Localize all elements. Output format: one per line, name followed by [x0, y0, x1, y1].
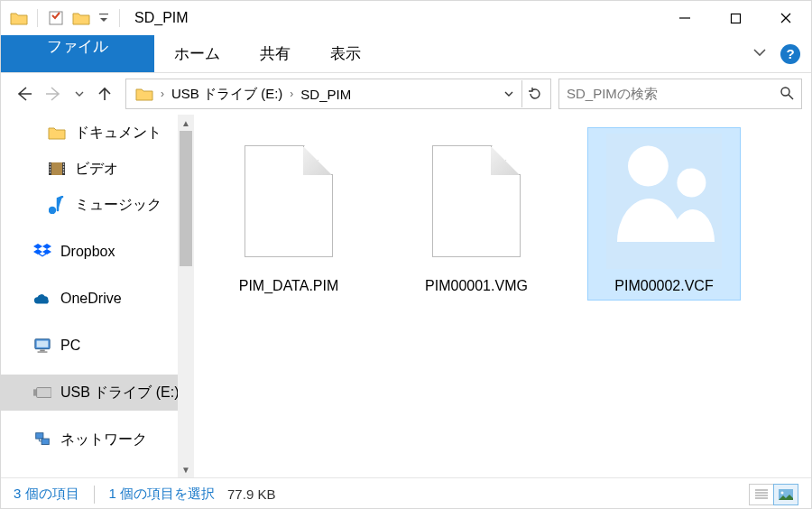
tree-item-usb[interactable]: USB ドライブ (E:) — [1, 375, 194, 411]
search-icon[interactable] — [780, 86, 794, 103]
status-divider — [94, 486, 95, 504]
svg-rect-20 — [40, 350, 44, 352]
titlebar: SD_PIM — [1, 1, 811, 35]
search-placeholder: SD_PIMの検索 — [567, 86, 780, 103]
svg-rect-21 — [38, 351, 48, 352]
tree-label: ビデオ — [75, 160, 118, 179]
qat-properties-icon[interactable] — [47, 9, 65, 27]
tab-share[interactable]: 共有 — [240, 35, 310, 72]
back-button[interactable] — [10, 80, 37, 107]
tree-item-videos[interactable]: ビデオ — [1, 151, 194, 187]
svg-point-15 — [63, 166, 65, 168]
svg-point-14 — [63, 163, 65, 165]
tree-scrollbar[interactable]: ▲ ▼ — [178, 115, 194, 477]
recent-dropdown[interactable] — [71, 80, 88, 107]
status-bar: 3 個の項目 1 個の項目を選択 77.9 KB — [1, 477, 811, 509]
address-bar[interactable]: › USB ドライブ (E:) › SD_PIM — [125, 79, 551, 109]
svg-point-11 — [50, 166, 51, 168]
breadcrumb-0[interactable]: USB ドライブ (E:) — [166, 86, 288, 103]
maximize-button[interactable] — [710, 1, 761, 35]
music-icon — [48, 196, 66, 214]
tab-home[interactable]: ホーム — [154, 35, 240, 72]
scroll-thumb[interactable] — [180, 131, 192, 266]
generic-file-icon — [231, 134, 346, 269]
tab-file[interactable]: ファイル — [1, 35, 154, 72]
address-dropdown[interactable] — [496, 80, 521, 107]
svg-point-6 — [781, 88, 789, 96]
status-selection-count: 1 個の項目を選択 — [109, 486, 216, 503]
svg-rect-3 — [731, 14, 740, 23]
tree-label: Dropbox — [60, 244, 115, 260]
contacts-file-icon — [606, 134, 722, 269]
tab-view[interactable]: 表示 — [310, 35, 381, 72]
breadcrumb-root-icon[interactable] — [130, 87, 159, 101]
svg-point-17 — [63, 171, 65, 173]
tree-label: ドキュメント — [75, 124, 161, 143]
tree-label: PC — [60, 338, 80, 354]
ribbon-tabs: ファイル ホーム 共有 表示 ? — [1, 35, 811, 73]
tree-item-pc[interactable]: PC — [1, 328, 194, 364]
svg-point-26 — [628, 146, 669, 187]
svg-point-10 — [50, 163, 51, 165]
breadcrumb-1[interactable]: SD_PIM — [295, 87, 356, 102]
svg-point-27 — [677, 168, 706, 197]
icons-view-button[interactable] — [773, 484, 798, 505]
svg-rect-24 — [36, 433, 43, 439]
svg-rect-1 — [99, 14, 108, 14]
file-item[interactable]: PIM00002.VCF — [587, 127, 741, 301]
qat-separator-2 — [119, 9, 120, 27]
video-icon — [48, 160, 66, 178]
chevron-right-icon[interactable]: › — [290, 88, 293, 100]
qat-separator — [37, 9, 38, 27]
folder-icon — [48, 124, 66, 142]
file-name: PIM00001.VMG — [425, 278, 528, 294]
svg-rect-19 — [37, 341, 49, 347]
tree-item-dropbox[interactable]: Dropbox — [1, 234, 194, 270]
qat-dropdown-icon[interactable] — [97, 9, 110, 27]
tree-label: ネットワーク — [60, 430, 147, 449]
tree-item-documents[interactable]: ドキュメント — [1, 115, 194, 151]
forward-button[interactable] — [41, 80, 68, 107]
file-name: PIM00002.VCF — [614, 278, 713, 294]
tree-label: ミュージック — [75, 196, 161, 215]
svg-point-16 — [63, 169, 65, 171]
tree-item-music[interactable]: ミュージック — [1, 187, 194, 223]
file-name: PIM_DATA.PIM — [239, 278, 339, 294]
svg-point-12 — [50, 169, 51, 171]
details-view-button[interactable] — [749, 484, 774, 505]
search-input[interactable]: SD_PIMの検索 — [558, 79, 802, 109]
tree-item-network[interactable]: ネットワーク — [1, 421, 194, 458]
tree-label: OneDrive — [60, 291, 122, 307]
file-item[interactable]: PIM00001.VMG — [400, 127, 553, 301]
network-icon — [33, 430, 51, 449]
file-pane[interactable]: PIM_DATA.PIM PIM00001.VMG PIM00002.VCF — [194, 115, 811, 477]
status-size: 77.9 KB — [227, 486, 275, 502]
nav-tree: ドキュメント ビデオ ミュージック Dropbox OneDrive PC US… — [1, 115, 194, 477]
svg-point-13 — [50, 171, 51, 173]
tree-item-onedrive[interactable]: OneDrive — [1, 281, 194, 317]
refresh-button[interactable] — [521, 80, 547, 107]
generic-file-icon — [419, 134, 534, 269]
status-item-count: 3 個の項目 — [14, 486, 79, 503]
help-button[interactable]: ? — [780, 44, 800, 64]
scroll-down-icon[interactable]: ▼ — [178, 461, 194, 477]
minimize-button[interactable] — [660, 1, 710, 35]
ribbon-expand-icon[interactable] — [752, 44, 768, 63]
qat-folder-icon — [10, 9, 28, 27]
chevron-right-icon[interactable]: › — [161, 88, 164, 100]
tree-label: USB ドライブ (E:) — [60, 384, 180, 403]
svg-point-33 — [781, 491, 784, 494]
qat-folder2-icon[interactable] — [72, 9, 90, 27]
svg-rect-22 — [33, 389, 37, 395]
window-title: SD_PIM — [134, 10, 189, 26]
scroll-up-icon[interactable]: ▲ — [178, 115, 194, 131]
pc-icon — [33, 337, 51, 355]
file-item[interactable]: PIM_DATA.PIM — [212, 127, 365, 301]
onedrive-icon — [33, 290, 51, 308]
close-button[interactable] — [761, 1, 811, 35]
up-button[interactable] — [91, 80, 118, 107]
nav-row: › USB ドライブ (E:) › SD_PIM SD_PIMの検索 — [1, 73, 811, 115]
svg-rect-9 — [51, 162, 62, 175]
body: ドキュメント ビデオ ミュージック Dropbox OneDrive PC US… — [1, 115, 811, 477]
svg-line-7 — [789, 95, 793, 99]
